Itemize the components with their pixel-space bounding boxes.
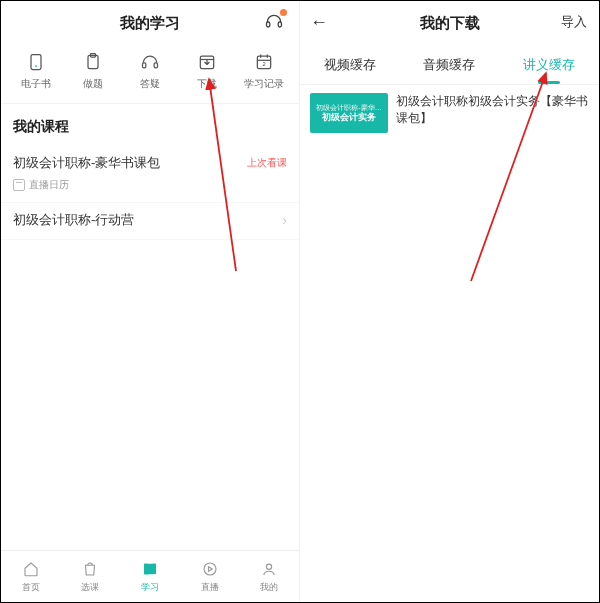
left-header: 我的学习	[1, 1, 299, 45]
nav-study[interactable]: 学习	[124, 559, 176, 594]
nav-label: 首页	[22, 581, 40, 594]
support-icon[interactable]	[263, 11, 285, 33]
course-sub-row[interactable]: 直播日历	[13, 178, 287, 192]
cache-list: 初级会计职称-豪华… 初级会计实务 初级会计职称初级会计实务【豪华书课包】	[300, 85, 599, 141]
calendar-mini-icon	[13, 179, 25, 191]
download-icon	[196, 51, 218, 73]
svg-point-3	[35, 65, 37, 67]
nav-select[interactable]: 选课	[64, 559, 116, 594]
course-title: 初级会计职称-豪华书课包	[13, 154, 160, 172]
import-button[interactable]: 导入	[561, 13, 587, 31]
play-circle-icon	[200, 559, 220, 579]
my-study-screen: 我的学习 电子书 做题 答疑 下载	[1, 1, 300, 602]
cache-tabs: 视频缓存 音频缓存 讲义缓存	[300, 45, 599, 85]
back-button[interactable]: ←	[310, 11, 328, 33]
thumb-mid-text: 初级会计实务	[322, 112, 376, 124]
svg-point-11	[204, 563, 216, 575]
nav-label: 学习	[141, 581, 159, 594]
cache-item-title: 初级会计职称初级会计实务【豪华书课包】	[396, 93, 589, 127]
tab-lecture-cache[interactable]: 讲义缓存	[521, 52, 577, 78]
course-thumbnail: 初级会计职称-豪华… 初级会计实务	[310, 93, 388, 133]
user-icon	[259, 559, 279, 579]
svg-rect-6	[142, 63, 145, 68]
shortcut-download[interactable]: 下载	[180, 51, 234, 91]
shortcut-label: 下载	[197, 77, 217, 91]
cache-item[interactable]: 初级会计职称-豪华… 初级会计实务 初级会计职称初级会计实务【豪华书课包】	[310, 93, 589, 133]
nav-label: 选课	[81, 581, 99, 594]
svg-rect-7	[154, 63, 157, 68]
section-my-courses-title: 我的课程	[1, 104, 299, 146]
course-item[interactable]: 初级会计职称-豪华书课包 上次看课 直播日历	[1, 146, 299, 203]
thumb-top-text: 初级会计职称-豪华…	[314, 103, 384, 112]
bag-icon	[80, 559, 100, 579]
last-viewed-badge: 上次看课	[247, 156, 287, 170]
course-title: 初级会计职称-行动营	[13, 211, 134, 229]
ebook-icon	[25, 51, 47, 73]
nav-label: 直播	[201, 581, 219, 594]
page-title-right: 我的下载	[420, 14, 480, 33]
headset-icon	[139, 51, 161, 73]
nav-home[interactable]: 首页	[5, 559, 57, 594]
svg-rect-2	[31, 55, 41, 70]
shortcut-label: 学习记录	[244, 77, 284, 91]
shortcut-label: 答疑	[140, 77, 160, 91]
home-icon	[21, 559, 41, 579]
shortcut-row: 电子书 做题 答疑 下载 2 学习记录	[1, 45, 299, 104]
book-icon	[140, 559, 160, 579]
page-title-left: 我的学习	[120, 14, 180, 33]
chevron-right-icon: ›	[282, 212, 287, 228]
tab-video-cache[interactable]: 视频缓存	[322, 52, 378, 78]
shortcut-record[interactable]: 2 学习记录	[237, 51, 291, 91]
svg-rect-1	[278, 22, 281, 27]
shortcut-practice[interactable]: 做题	[66, 51, 120, 91]
bottom-nav: 首页 选课 学习 直播 我的	[1, 550, 299, 602]
live-calendar-label: 直播日历	[29, 178, 69, 192]
svg-text:2: 2	[263, 61, 266, 67]
shortcut-qa[interactable]: 答疑	[123, 51, 177, 91]
nav-label: 我的	[260, 581, 278, 594]
svg-point-12	[267, 564, 272, 569]
svg-rect-0	[267, 22, 270, 27]
shortcut-ebook[interactable]: 电子书	[9, 51, 63, 91]
clipboard-icon	[82, 51, 104, 73]
calendar-icon: 2	[253, 51, 275, 73]
shortcut-label: 电子书	[21, 77, 51, 91]
shortcut-label: 做题	[83, 77, 103, 91]
nav-live[interactable]: 直播	[184, 559, 236, 594]
notification-dot-icon	[280, 9, 287, 16]
course-item[interactable]: 初级会计职称-行动营 ›	[1, 203, 299, 240]
nav-mine[interactable]: 我的	[243, 559, 295, 594]
my-downloads-screen: ← 我的下载 导入 视频缓存 音频缓存 讲义缓存 初级会计职称-豪华… 初级会计…	[300, 1, 599, 602]
tab-audio-cache[interactable]: 音频缓存	[421, 52, 477, 78]
right-header: ← 我的下载 导入	[300, 1, 599, 45]
